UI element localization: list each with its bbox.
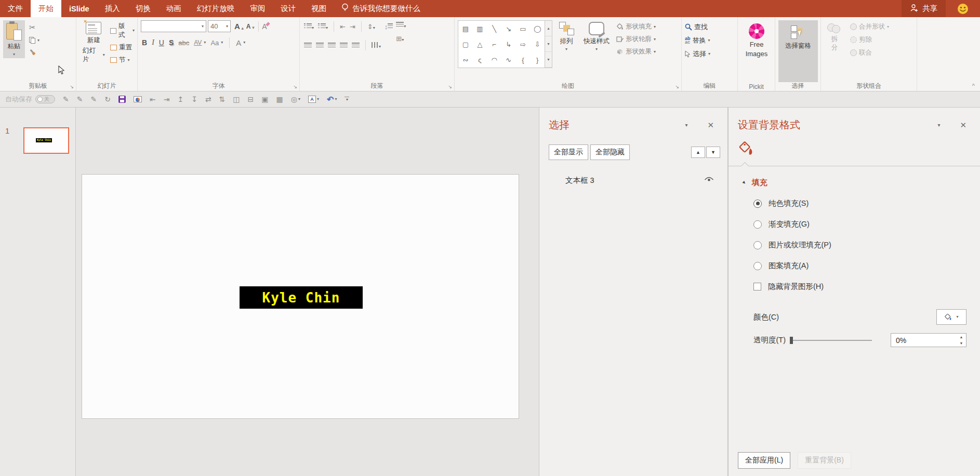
color-picker-button[interactable]: ▾ bbox=[936, 309, 966, 325]
increase-indent-button[interactable]: ⇥ bbox=[350, 23, 355, 30]
free-images-button[interactable]: Free Images bbox=[741, 20, 772, 59]
shape-effects-button[interactable]: 形状效果▾ bbox=[616, 47, 656, 56]
reset-button[interactable]: 重置 bbox=[110, 43, 135, 52]
tell-me-box[interactable]: 告诉我你想要做什么 bbox=[341, 0, 420, 17]
picture-fill-option[interactable]: 图片或纹理填充(P) bbox=[753, 240, 980, 250]
shape-block-arrow-icon[interactable]: ⇨ bbox=[520, 41, 526, 48]
move-up-button[interactable]: ▲ bbox=[691, 147, 705, 158]
close-icon[interactable]: ✕ bbox=[707, 121, 714, 130]
hide-all-button[interactable]: 全部隐藏 bbox=[590, 144, 630, 160]
paste-button[interactable]: 粘贴 ▾ bbox=[3, 20, 25, 58]
tab-insert[interactable]: 插入 bbox=[97, 0, 128, 17]
convert-smartart-button[interactable]: ⊞▾ bbox=[396, 34, 406, 43]
columns-button[interactable]: ▾ bbox=[372, 41, 381, 50]
textbox-icon[interactable]: ▦ bbox=[276, 96, 283, 103]
shape-brace-left-icon[interactable]: { bbox=[522, 56, 524, 64]
font-styles-qat-button[interactable]: A▾ bbox=[308, 96, 319, 103]
qat-overflow-button[interactable]: ▾ bbox=[345, 97, 349, 102]
line-spacing-button[interactable]: ⇕▾ bbox=[367, 22, 375, 31]
cut-button[interactable]: ✂ bbox=[29, 23, 36, 32]
bold-button[interactable]: B bbox=[142, 38, 147, 47]
copy-button[interactable]: ▾ bbox=[29, 37, 39, 44]
shape-freeform-icon[interactable]: ∾ bbox=[462, 56, 468, 64]
replace-button[interactable]: abac 替换▾ bbox=[685, 36, 735, 45]
tab-home[interactable]: 开始 bbox=[31, 0, 61, 17]
gallery-scroll-down-icon[interactable]: ▼ bbox=[545, 36, 552, 52]
shape-scribble-icon[interactable]: ς bbox=[478, 56, 481, 64]
text-shadow-button[interactable]: S bbox=[169, 38, 174, 47]
align-center-button[interactable] bbox=[316, 43, 324, 48]
ink-pen-icon-1[interactable]: ✎ bbox=[63, 96, 69, 103]
pane-menu-button[interactable]: ▾ bbox=[937, 122, 940, 128]
save-button[interactable] bbox=[118, 96, 126, 103]
subtract-shapes-button[interactable]: 剪除 bbox=[850, 35, 889, 44]
reset-background-button[interactable]: 重置背景(B) bbox=[798, 452, 851, 469]
shape-arc-icon[interactable]: ◠ bbox=[491, 56, 497, 64]
tab-design[interactable]: 设计 bbox=[273, 0, 303, 17]
tab-review[interactable]: 审阅 bbox=[242, 0, 273, 17]
slide-thumbnail[interactable]: Kyle Chin bbox=[23, 127, 69, 154]
close-icon[interactable]: ✕ bbox=[960, 121, 966, 130]
start-slideshow-button[interactable] bbox=[134, 96, 142, 102]
font-color-button[interactable]: A▾ bbox=[236, 38, 245, 47]
shape-elbow-arrow-icon[interactable]: ↳ bbox=[506, 41, 511, 48]
align-top-objects-icon[interactable]: ↥ bbox=[177, 96, 183, 103]
tab-islide[interactable]: iSlide bbox=[61, 0, 97, 17]
shrink-font-button[interactable]: A▼ bbox=[246, 23, 256, 30]
clear-formatting-button[interactable]: A bbox=[262, 22, 267, 31]
grow-font-button[interactable]: A▲ bbox=[234, 22, 245, 31]
gallery-more-icon[interactable]: ▼ bbox=[545, 52, 552, 68]
split-shapes-button[interactable]: 拆分 bbox=[824, 20, 845, 57]
text-direction-button[interactable]: ↕ bbox=[385, 22, 393, 31]
paragraph-dialog-launcher[interactable]: ↘ bbox=[448, 85, 452, 89]
visibility-eye-icon[interactable] bbox=[704, 177, 714, 184]
new-slide-button[interactable]: 新建 幻灯片▾ bbox=[80, 20, 108, 65]
section-button[interactable]: 节▾ bbox=[110, 56, 135, 64]
merge-shapes-qat-button[interactable]: ◎▾ bbox=[291, 96, 300, 103]
align-left-objects-icon[interactable]: ⇤ bbox=[150, 96, 156, 103]
align-bottom-objects-icon[interactable]: ↧ bbox=[191, 96, 197, 103]
slide-canvas[interactable]: Kyle Chin bbox=[82, 174, 519, 419]
shapes-gallery[interactable]: ▤ ▥ ╲ ↘ ▭ ◯ ▢ △ ⌐ ↳ ⇨ ⇩ ∾ ς ◠ bbox=[458, 20, 545, 68]
spinner[interactable]: ▲ ▼ bbox=[957, 334, 966, 347]
font-size-combo[interactable]: 40▾ bbox=[208, 20, 231, 32]
shape-brace-right-icon[interactable]: } bbox=[536, 56, 538, 64]
align-right-button[interactable] bbox=[328, 43, 336, 48]
ink-pen-icon-2[interactable]: ✎ bbox=[77, 96, 83, 103]
move-down-button[interactable]: ▼ bbox=[706, 147, 720, 158]
tab-file[interactable]: 文件 bbox=[0, 0, 31, 17]
font-dialog-launcher[interactable]: ↘ bbox=[293, 85, 297, 89]
distribute-horizontal-icon[interactable]: ⇄ bbox=[205, 96, 211, 103]
feedback-smiley-icon[interactable] bbox=[946, 0, 980, 17]
align-right-objects-icon[interactable]: ⇥ bbox=[164, 96, 170, 103]
show-all-button[interactable]: 全部显示 bbox=[549, 144, 588, 160]
slide-textbox[interactable]: Kyle Chin bbox=[240, 286, 363, 309]
autosave-toggle[interactable]: 自动保存 关 bbox=[5, 95, 55, 104]
shape-outline-button[interactable]: 形状轮廓▾ bbox=[616, 35, 656, 44]
apply-to-all-button[interactable]: 全部应用(L) bbox=[738, 452, 790, 469]
pattern-fill-option[interactable]: 图案填充(A) bbox=[753, 261, 980, 271]
bring-forward-icon[interactable]: ◫ bbox=[233, 96, 240, 103]
shape-rounded-rect-icon[interactable]: ▢ bbox=[462, 41, 469, 48]
distribute-vertical-icon[interactable]: ⇅ bbox=[219, 96, 226, 103]
drawing-dialog-launcher[interactable]: ↘ bbox=[675, 85, 679, 89]
tab-animations[interactable]: 动画 bbox=[158, 0, 189, 17]
collapse-ribbon-icon[interactable]: ^ bbox=[972, 83, 975, 89]
shape-down-arrow-icon[interactable]: ⇩ bbox=[535, 41, 540, 48]
share-button[interactable]: 共享 bbox=[902, 0, 946, 17]
shape-line-icon[interactable]: ╲ bbox=[492, 25, 496, 33]
align-left-button[interactable] bbox=[304, 43, 312, 48]
redo-icon[interactable]: ↻ bbox=[104, 96, 111, 103]
merge-shapes-button[interactable]: 合并形状▾ bbox=[850, 22, 889, 31]
hide-background-option[interactable]: 隐藏背景图形(H) bbox=[753, 282, 980, 292]
find-button[interactable]: 查找 bbox=[685, 22, 735, 32]
numbering-button[interactable]: ▾ bbox=[318, 22, 328, 31]
font-name-combo[interactable]: ▾ bbox=[141, 20, 206, 32]
union-shapes-button[interactable]: 联合 bbox=[850, 48, 889, 57]
shape-triangle-icon[interactable]: △ bbox=[477, 41, 482, 48]
spin-up-icon[interactable]: ▲ bbox=[957, 334, 966, 340]
select-button[interactable]: 选择▾ bbox=[685, 49, 735, 59]
distribute-text-button[interactable] bbox=[352, 43, 360, 48]
undo-button[interactable]: ↶▾ bbox=[327, 95, 337, 104]
transparency-slider[interactable] bbox=[790, 337, 872, 344]
